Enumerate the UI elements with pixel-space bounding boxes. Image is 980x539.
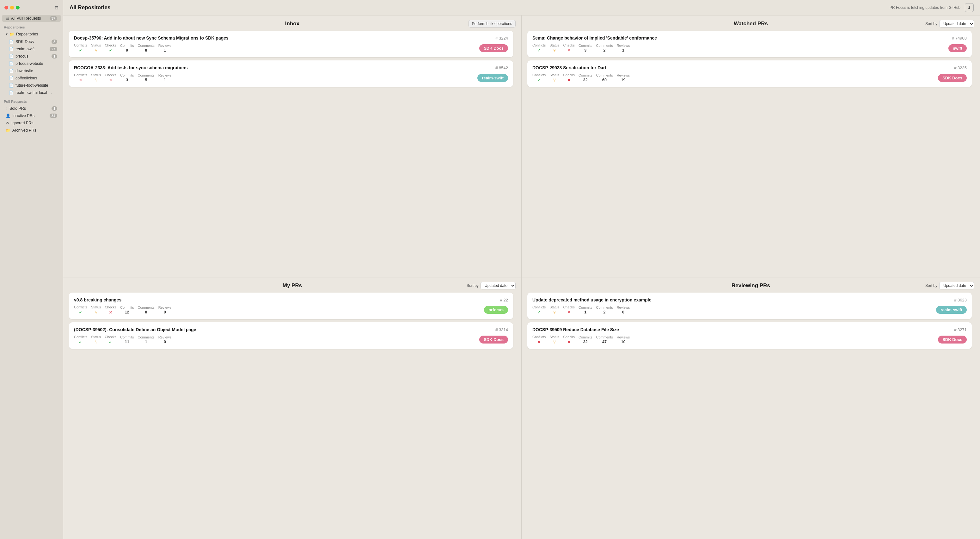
commits-value: 3 [584, 48, 586, 53]
meta-cols-group: Conflicts ✕ Status ⑂ Checks ✕ Commits 3 … [74, 73, 171, 83]
myprs-sort-select[interactable]: Updated date [480, 282, 515, 289]
repo-badge: 8 [51, 40, 57, 44]
watched-sort-select[interactable]: Updated date [939, 20, 974, 27]
reviews-label: Reviews [158, 44, 172, 48]
sidebar-item-dcwebsite[interactable]: 📄 dcwebsite [2, 67, 61, 74]
bulk-operations-button[interactable]: Perform bulk operations [468, 20, 515, 27]
status-icon: ⑂ [553, 48, 556, 53]
pr-title-area: Update deprecated method usage in encryp… [532, 297, 951, 303]
status-icon: ⑂ [95, 340, 97, 344]
pr-title-area: DOCSP-29928 Serialization for Dart [532, 65, 951, 70]
pr-card[interactable]: Update deprecated method usage in encryp… [527, 293, 972, 319]
pr-card[interactable]: (DOCSP-39502): Consolidate Define an Obj… [69, 322, 513, 349]
comments-col: Comments 0 [137, 306, 154, 314]
status-label: Status [91, 305, 101, 309]
meta-cols-group: Conflicts ✓ Status ⑂ Checks ✓ Commits 11… [74, 335, 171, 344]
meta-cols-group: Conflicts ✓ Status ⑂ Checks ✕ Commits 1 … [532, 305, 630, 315]
checks-col: Checks ✕ [563, 335, 575, 344]
status-col: Status ⑂ [549, 335, 559, 344]
sidebar-item-solo-prs[interactable]: ↑ Solo PRs 1 [2, 105, 61, 112]
reviews-label: Reviews [158, 335, 172, 339]
comments-col: Comments 5 [137, 73, 154, 82]
sidebar-item-archived-prs[interactable]: 📁 Archived PRs [2, 127, 61, 134]
comments-label: Comments [596, 306, 612, 309]
comments-label: Comments [137, 306, 154, 309]
pr-title: Docsp-35796: Add info about new Sync Sch… [74, 35, 492, 41]
reviews-label: Reviews [158, 73, 172, 77]
repository-list: 📄 SDK Docs 8 📄 realm-swift 27 📄 prfocus … [0, 38, 63, 96]
pr-item-badge: 1 [51, 106, 57, 111]
status-label: Status [91, 43, 101, 47]
checks-col: Checks ✕ [563, 305, 575, 315]
repo-label: prfocus [16, 54, 49, 59]
sidebar-item-future-toot-website[interactable]: 📄 future-toot-website [2, 82, 61, 89]
commits-value: 9 [126, 48, 128, 53]
checks-icon: ✕ [567, 48, 571, 53]
reviews-label: Reviews [158, 306, 172, 309]
commits-value: 11 [125, 340, 129, 344]
pr-card-meta-row: Conflicts ✓ Status ⑂ Checks ✓ Commits 11… [74, 335, 508, 344]
folder-icon: 📄 [9, 69, 14, 73]
sidebar-item-repositories-root[interactable]: ▾ 📁 Repositories [2, 31, 61, 38]
watched-panel-header: Watched PRs Sort by Updated date [527, 21, 974, 27]
comments-col: Comments 60 [596, 73, 612, 82]
sidebar-item-realm-swift[interactable]: 📄 realm-swift 27 [2, 46, 61, 53]
status-icon: ⑂ [553, 78, 556, 83]
close-button[interactable] [5, 6, 8, 10]
repositories-root-label: Repositories [16, 32, 57, 37]
repo-tag: SDK Docs [938, 336, 967, 343]
commits-value: 3 [126, 78, 128, 82]
pr-card[interactable]: DOCSP-29928 Serialization for Dart # 323… [527, 61, 972, 87]
commits-col: Commits 32 [579, 73, 592, 82]
reviews-label: Reviews [617, 44, 630, 48]
reviewing-cards: Update deprecated method usage in encryp… [527, 293, 974, 536]
repo-label: realm-swift [16, 47, 48, 51]
status-col: Status ⑂ [549, 305, 559, 315]
pr-item-badge: 34 [49, 113, 57, 118]
conflicts-col: Conflicts ✓ [74, 305, 87, 315]
reviewing-title: Reviewing PRs [732, 282, 770, 289]
repo-label: realm-swiftui-local-... [16, 91, 57, 95]
folder-icon: 📄 [9, 76, 14, 80]
sidebar-item-sdk-docs[interactable]: 📄 SDK Docs 8 [2, 38, 61, 45]
commits-col: Commits 9 [120, 44, 134, 53]
repo-badge: 1 [51, 54, 57, 59]
sidebar-item-all-pull-requests[interactable]: ▤ All Pull Requests 37 [2, 15, 61, 22]
pr-card-top: DOCSP-39509 Reduce Database File Size # … [532, 327, 967, 332]
minimize-button[interactable] [10, 6, 14, 10]
sidebar-item-realm-swiftui-local-...[interactable]: 📄 realm-swiftui-local-... [2, 89, 61, 96]
pr-card[interactable]: Docsp-35796: Add info about new Sync Sch… [69, 31, 513, 57]
main-header: All Repositories PR Focus is fetching up… [63, 0, 980, 16]
conflicts-icon: ✓ [79, 48, 83, 53]
sidebar-toggle-icon[interactable]: ⊟ [55, 5, 59, 10]
status-icon: ⑂ [553, 310, 556, 315]
reviewing-sort-select[interactable]: Updated date [939, 282, 974, 289]
reviews-col: Reviews 10 [617, 335, 630, 344]
commits-label: Commits [579, 73, 592, 77]
comments-label: Comments [596, 44, 612, 48]
download-button[interactable]: ⬇ [965, 3, 974, 12]
sidebar-item-prfocus-website[interactable]: 📄 prfocus-website [2, 60, 61, 67]
pr-number: # 8623 [954, 297, 967, 302]
myprs-sort-label: Sort by [467, 284, 479, 288]
sidebar-item-prfocus[interactable]: 📄 prfocus 1 [2, 53, 61, 60]
myprs-panel: My PRs Sort by Updated date v0.8 breakin… [63, 277, 522, 539]
checks-icon: ✓ [109, 340, 113, 344]
checks-col: Checks ✓ [105, 335, 116, 344]
status-col: Status ⑂ [91, 43, 101, 53]
sidebar-item-ignored-prs[interactable]: 👁 Ignored PRs [2, 120, 61, 126]
comments-col: Comments 8 [137, 44, 154, 53]
pr-card[interactable]: DOCSP-39509 Reduce Database File Size # … [527, 322, 972, 349]
sidebar-item-inactive-prs[interactable]: 👤 Inactive PRs 34 [2, 112, 61, 119]
meta-cols-group: Conflicts ✓ Status ⑂ Checks ✕ Commits 12… [74, 305, 171, 315]
pr-title-area: Sema: Change behavior of implied 'Sendab… [532, 35, 949, 41]
pr-title: RCOCOA-2333: Add tests for sync schema m… [74, 65, 492, 70]
pr-card[interactable]: v0.8 breaking changes # 22 Conflicts ✓ S… [69, 293, 513, 319]
pr-card[interactable]: RCOCOA-2333: Add tests for sync schema m… [69, 61, 513, 87]
sidebar-item-coffeelicious[interactable]: 📄 coffeelicious [2, 75, 61, 81]
conflicts-label: Conflicts [74, 43, 87, 47]
folder-icon: 📄 [9, 40, 14, 44]
checks-icon: ✕ [567, 340, 571, 344]
pr-card[interactable]: Sema: Change behavior of implied 'Sendab… [527, 31, 972, 57]
maximize-button[interactable] [16, 6, 20, 10]
